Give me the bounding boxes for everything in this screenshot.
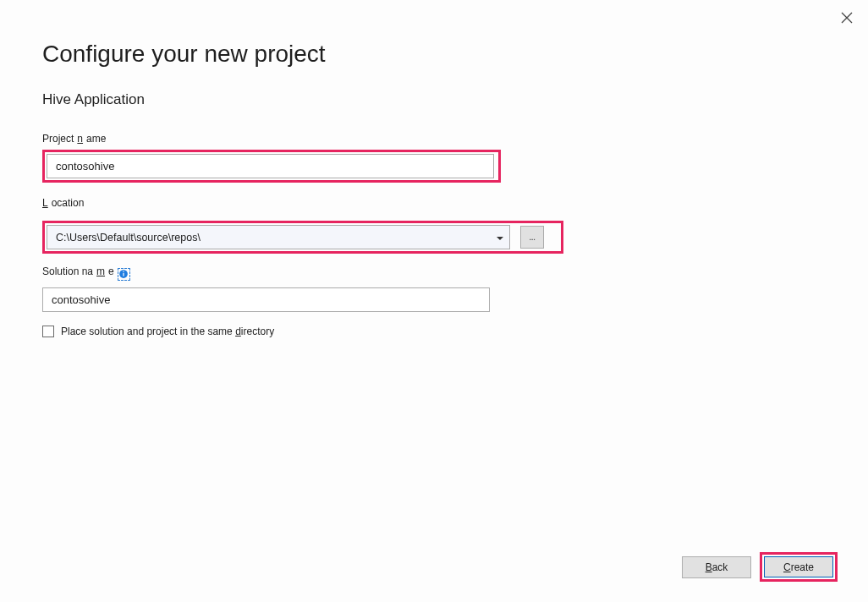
location-value: C:\Users\Default\source\repos\ <box>56 232 201 244</box>
main-content: Configure your new project Hive Applicat… <box>0 0 868 337</box>
same-directory-label: Place solution and project in the same d… <box>61 326 274 337</box>
create-button[interactable]: Create <box>764 556 833 577</box>
solution-name-input[interactable] <box>42 287 490 312</box>
page-title: Configure your new project <box>42 41 826 68</box>
same-directory-row: Place solution and project in the same d… <box>42 326 826 337</box>
solution-name-label: Solution name <box>42 265 114 277</box>
project-name-label: Project name <box>42 133 106 145</box>
project-name-highlight <box>42 150 501 183</box>
chevron-down-icon[interactable] <box>496 233 504 242</box>
same-directory-checkbox[interactable] <box>42 326 54 337</box>
location-label: Location <box>42 197 84 209</box>
close-icon[interactable] <box>841 12 853 24</box>
ellipsis-icon: ... <box>530 233 536 242</box>
footer-buttons: Back Create <box>682 552 838 582</box>
solution-name-label-row: Solution name <box>42 265 826 282</box>
browse-button[interactable]: ... <box>520 226 544 249</box>
svg-rect-4 <box>124 273 124 276</box>
svg-rect-5 <box>124 271 124 272</box>
svg-marker-2 <box>497 237 503 240</box>
project-type-subtitle: Hive Application <box>42 91 826 108</box>
location-highlight: C:\Users\Default\source\repos\ ... <box>42 221 563 254</box>
project-name-input[interactable] <box>47 154 494 178</box>
location-input[interactable]: C:\Users\Default\source\repos\ <box>47 225 510 249</box>
back-button[interactable]: Back <box>682 556 751 578</box>
create-button-highlight: Create <box>760 552 838 582</box>
info-icon[interactable] <box>118 268 130 281</box>
